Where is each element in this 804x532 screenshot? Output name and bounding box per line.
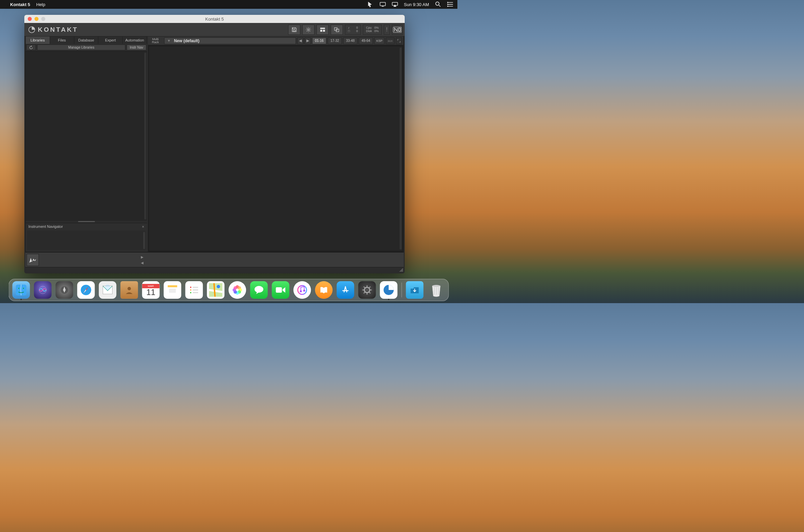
keyboard-footer: ▶◀ — [25, 252, 404, 267]
spotlight-icon[interactable] — [435, 1, 441, 7]
systray-cursor-icon[interactable] — [368, 1, 373, 7]
rack-panel: Multi Rack ▼ New (default) ◀ ▶ 01-16 17-… — [148, 36, 403, 252]
aux-button[interactable]: aux — [386, 37, 395, 44]
svg-point-2 — [436, 2, 439, 5]
zoom-button[interactable] — [41, 17, 45, 21]
svg-point-27 — [190, 289, 191, 291]
refresh-libraries-button[interactable] — [26, 44, 36, 50]
alert-indicator[interactable]: ! — [384, 25, 390, 35]
close-button[interactable] — [28, 17, 32, 21]
svg-rect-8 — [320, 28, 325, 29]
svg-point-24 — [128, 287, 131, 290]
svg-point-3 — [447, 2, 448, 3]
save-button[interactable] — [288, 25, 300, 35]
tab-automation[interactable]: Automation — [123, 36, 147, 44]
menubar-help[interactable]: Help — [36, 2, 45, 7]
voice-stats: ♪ 0 □ 0 — [345, 25, 361, 35]
perf-stats: Cpu 0% Disk 0% — [363, 25, 382, 35]
layout-rack-button[interactable] — [316, 25, 329, 35]
window-titlebar[interactable]: Kontakt 5 — [24, 15, 405, 23]
dock-itunes[interactable] — [294, 281, 311, 299]
instrument-rack[interactable] — [149, 46, 403, 251]
kontakt-window: Kontakt 5 KONTAKT ♪ 0 □ 0 Cpu 0% Disk 0%… — [24, 15, 405, 273]
layout-minimize-button[interactable] — [331, 25, 343, 35]
rack-header: Multi Rack ▼ New (default) ◀ ▶ 01-16 17-… — [148, 36, 403, 45]
tab-expert[interactable]: Expert — [98, 36, 123, 44]
svg-point-39 — [255, 286, 263, 293]
manage-libraries-row: Manage Libraries Instr Nav — [26, 44, 147, 51]
multi-name: New (default) — [174, 38, 199, 43]
svg-point-26 — [190, 287, 191, 288]
svg-point-38 — [234, 286, 237, 290]
dock-reminders[interactable] — [185, 281, 203, 299]
dock-launchpad[interactable] — [56, 281, 73, 299]
dock-kontakt[interactable] — [380, 281, 398, 299]
svg-point-28 — [190, 292, 191, 293]
svg-rect-40 — [276, 287, 282, 293]
status-bar — [25, 267, 404, 272]
kontakt-body: Libraries Files Database Expert Automati… — [25, 36, 404, 252]
menubar-clock[interactable]: Sun 9:30 AM — [404, 2, 429, 7]
tab-files[interactable]: Files — [50, 36, 74, 44]
next-multi-button[interactable]: ▶ — [305, 37, 311, 44]
svg-rect-9 — [320, 30, 322, 32]
dock-contacts[interactable] — [121, 281, 138, 299]
browser-tabs: Libraries Files Database Expert Automati… — [26, 36, 147, 44]
dock-appstore[interactable] — [337, 281, 354, 299]
dock-safari[interactable] — [77, 281, 95, 299]
dock-finder[interactable] — [13, 281, 30, 299]
instr-nav-toggle-button[interactable]: Instr Nav — [127, 44, 146, 50]
instrument-navigator-close[interactable]: × — [142, 225, 144, 229]
svg-rect-0 — [380, 2, 385, 6]
channels-01-16[interactable]: 01-16 — [312, 37, 326, 44]
manage-libraries-button[interactable]: Manage Libraries — [37, 44, 125, 50]
menubar-app-name[interactable]: Kontakt 5 — [10, 2, 30, 7]
svg-rect-14 — [399, 28, 400, 32]
svg-point-47 — [433, 285, 440, 287]
dock-mail[interactable] — [99, 281, 116, 299]
channels-49-64[interactable]: 49-64 — [359, 37, 373, 44]
instrument-navigator-title: Instrument Navigator — [29, 225, 63, 229]
dock-trash[interactable] — [428, 281, 445, 299]
dock-messages[interactable] — [250, 281, 268, 299]
notification-center-icon[interactable] — [447, 1, 453, 7]
dock-facetime[interactable] — [272, 281, 290, 299]
ni-logo-button[interactable] — [392, 25, 403, 35]
macos-menubar: Kontakt 5 Help Sun 9:30 AM — [0, 0, 457, 9]
library-list[interactable] — [26, 51, 147, 221]
sidebar-resize-handle[interactable] — [26, 221, 147, 223]
instrument-navigator-list[interactable] — [27, 231, 146, 250]
kontakt-logo: KONTAKT — [29, 26, 78, 33]
tab-libraries[interactable]: Libraries — [26, 36, 50, 44]
settings-button[interactable] — [302, 25, 314, 35]
dock-downloads[interactable] — [406, 281, 424, 299]
multi-name-dropdown[interactable]: ▼ New (default) — [164, 37, 296, 44]
kontakt-header: KONTAKT ♪ 0 □ 0 Cpu 0% Disk 0% ! — [24, 23, 405, 36]
systray-display-icon[interactable] — [380, 1, 386, 7]
prev-multi-button[interactable]: ◀ — [297, 37, 303, 44]
dock-maps[interactable] — [207, 281, 225, 299]
dock-ibooks[interactable] — [315, 281, 333, 299]
channels-17-32[interactable]: 17-32 — [328, 37, 342, 44]
window-title: Kontakt 5 — [205, 17, 224, 22]
chevron-down-icon: ▼ — [167, 39, 170, 42]
dock-system-preferences[interactable] — [359, 281, 376, 299]
dock-calendar[interactable]: MAR 11 — [142, 281, 160, 299]
dock-photos[interactable] — [229, 281, 246, 299]
browser-sidebar: Libraries Files Database Expert Automati… — [26, 36, 148, 252]
traffic-lights — [28, 17, 45, 21]
dock-notes[interactable] — [164, 281, 181, 299]
svg-point-30 — [217, 285, 220, 288]
ksp-button[interactable]: KSP — [374, 37, 384, 44]
keyboard-toggle-button[interactable] — [27, 254, 39, 266]
channels-33-48[interactable]: 33-48 — [343, 37, 358, 44]
footer-expand-chevrons[interactable]: ▶◀ — [141, 252, 144, 267]
minimize-button[interactable] — [34, 17, 38, 21]
systray-airplay-icon[interactable] — [392, 1, 398, 7]
brand-text: KONTAKT — [38, 26, 78, 33]
tab-database[interactable]: Database — [74, 36, 99, 44]
expand-rack-button[interactable] — [396, 37, 402, 44]
svg-point-5 — [447, 6, 448, 7]
svg-point-43 — [300, 290, 302, 292]
dock-siri[interactable] — [34, 281, 52, 299]
